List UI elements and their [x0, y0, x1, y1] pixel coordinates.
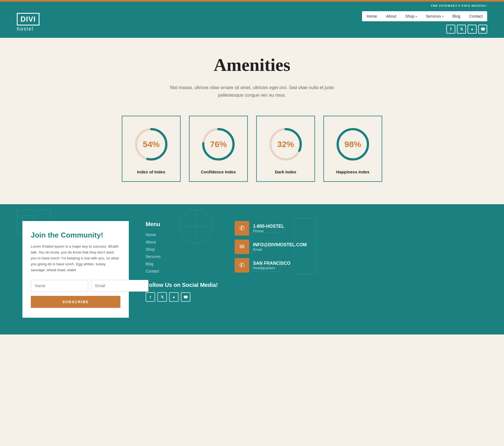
nav-about[interactable]: About [382, 11, 401, 21]
footer-menu-item[interactable]: Shop ▾ [146, 247, 218, 252]
footer-chevron-icon: ▾ [156, 248, 157, 251]
circle-container: 98% [333, 125, 372, 164]
shop-chevron-icon: ▾ [416, 15, 417, 18]
nav-shop[interactable]: Shop ▾ [401, 11, 421, 21]
form-row [31, 280, 120, 292]
footer-menu-item[interactable]: Home [146, 233, 218, 237]
percent-value: 76% [210, 140, 227, 149]
logo-main-text: DIVI [17, 13, 39, 25]
site-logo[interactable]: DIVI hostel [17, 13, 39, 32]
twitter-icon[interactable]: 𝕏 [457, 25, 466, 34]
circle-container: 54% [132, 125, 171, 164]
metric-card: 32% Dark Index [256, 116, 315, 182]
site-footer: Join the Community! Lorem Khaled Ipsum i… [0, 204, 504, 334]
circle-container: 32% [266, 125, 305, 164]
contact-email-item: ✉ INFO@DIVIHOSTEL.COM Email [235, 240, 313, 254]
page-title: Amenities [22, 55, 482, 75]
location-icon: ✆ [235, 258, 249, 273]
page-description: Nisl massa, ultrices vitae ornare sit am… [168, 84, 336, 99]
card-label: Happiness Index [336, 169, 369, 174]
contact-address-item: ✆ SAN FRANCISCO Headquarters [235, 258, 313, 273]
services-chevron-icon: ▾ [442, 15, 444, 18]
footer-menu-title: Menu [146, 221, 218, 227]
logo-sub-text: hostel [17, 26, 39, 32]
nav-services[interactable]: Services ▾ [421, 11, 448, 21]
phone-info: 1-800-HOSTEL Phone [253, 224, 284, 233]
card-label: Confidence Index [201, 169, 236, 174]
cards-grid: 54% Index of Index 76% Confidence Index … [22, 116, 482, 182]
footer-whatsapp-icon[interactable]: ☎ [181, 292, 190, 302]
footer-facebook-icon[interactable]: f [146, 292, 155, 302]
phone-icon: ✆ [235, 221, 249, 236]
footer-chevron-icon: ▾ [162, 255, 163, 258]
nav-area: Home About Shop ▾ Services ▾ Blog Contac… [362, 11, 487, 34]
nav-contact[interactable]: Contact [465, 11, 487, 21]
nav-home[interactable]: Home [362, 11, 381, 21]
footer-menu-item[interactable]: Contact [146, 269, 218, 273]
footer-menu: Menu HomeAboutShop ▾Services ▾BlogContac… [146, 221, 218, 302]
header-social-icons: f 𝕏 ● ☎ [446, 25, 487, 34]
footer-menu-item[interactable]: Blog [146, 262, 218, 266]
address-label: Headquarters [253, 266, 290, 270]
circle-container: 76% [199, 125, 238, 164]
phone-number: 1-800-HOSTEL [253, 224, 284, 229]
address-city: SAN FRANCISCO [253, 261, 290, 266]
whatsapp-icon[interactable]: ☎ [478, 25, 487, 34]
card-label: Dark Index [275, 169, 297, 174]
newsletter-title: Join the Community! [31, 231, 120, 240]
footer-instagram-icon[interactable]: ● [169, 292, 179, 302]
footer-menu-links: HomeAboutShop ▾Services ▾BlogContact [146, 233, 218, 273]
percent-value: 54% [143, 140, 160, 149]
email-address: INFO@DIVIHOSTEL.COM [253, 242, 307, 247]
percent-value: 98% [344, 140, 361, 149]
percent-value: 32% [277, 140, 294, 149]
subscribe-button[interactable]: SUBSCRIBE [31, 296, 120, 308]
footer-menu-item[interactable]: Services ▾ [146, 254, 218, 259]
site-header: THE INTERNET'S FAVE HOSTEL! DIVI hostel … [0, 2, 504, 38]
card-label: Index of Index [137, 169, 165, 174]
newsletter-section: Join the Community! Lorem Khaled Ipsum i… [22, 221, 129, 318]
header-slogan: THE INTERNET'S FAVE HOSTEL! [17, 2, 487, 8]
footer-twitter-icon[interactable]: 𝕏 [157, 292, 167, 302]
contact-phone-item: ✆ 1-800-HOSTEL Phone [235, 221, 313, 236]
footer-contact: ✆ 1-800-HOSTEL Phone ✉ INFO@DIVIHOSTEL.C… [235, 221, 313, 273]
main-nav: Home About Shop ▾ Services ▾ Blog Contac… [362, 11, 487, 21]
facebook-icon[interactable]: f [446, 25, 455, 34]
instagram-icon[interactable]: ● [468, 25, 477, 34]
name-input[interactable] [31, 280, 88, 292]
footer-menu-item[interactable]: About [146, 240, 218, 244]
footer-content: Join the Community! Lorem Khaled Ipsum i… [22, 221, 482, 318]
footer-social-icons: f 𝕏 ● ☎ [146, 292, 218, 302]
metric-card: 54% Index of Index [122, 116, 181, 182]
newsletter-text: Lorem Khaled Ipsum is a major key to suc… [31, 244, 120, 273]
nav-blog[interactable]: Blog [448, 11, 465, 21]
footer-social-title: Follow Us on Social Media! [146, 282, 218, 288]
address-info: SAN FRANCISCO Headquarters [253, 261, 290, 270]
phone-label: Phone [253, 229, 284, 233]
main-content: Amenities Nisl massa, ultrices vitae orn… [0, 38, 504, 204]
email-info: INFO@DIVIHOSTEL.COM Email [253, 242, 307, 252]
email-input[interactable] [91, 280, 148, 292]
email-label: Email [253, 247, 307, 252]
metric-card: 98% Happiness Index [323, 116, 382, 182]
metric-card: 76% Confidence Index [189, 116, 248, 182]
email-icon: ✉ [235, 240, 249, 254]
